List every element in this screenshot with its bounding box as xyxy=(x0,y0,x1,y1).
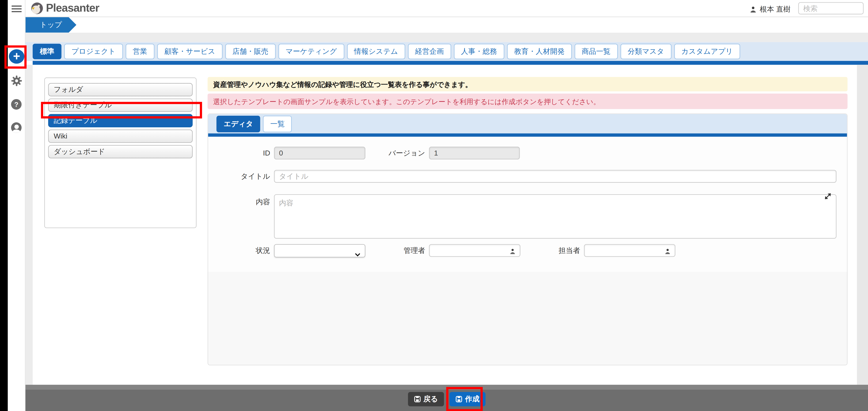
body-field[interactable] xyxy=(274,194,836,239)
header-gap-band xyxy=(25,33,868,42)
status-select[interactable] xyxy=(274,244,365,257)
id-field xyxy=(274,147,365,159)
template-list-item[interactable]: 記録テーブル xyxy=(48,114,193,127)
template-description-message: 資産管理やノウハウ集など情報の記録や管理に役立つ一覧表を作る事ができます。 xyxy=(208,77,847,91)
pleasanter-bird-icon xyxy=(31,2,43,14)
id-label: ID xyxy=(221,147,270,159)
view-tabs-underline xyxy=(208,133,847,136)
user-icon xyxy=(750,6,756,13)
template-list-item[interactable]: ダッシュボード xyxy=(48,145,193,158)
view-tab[interactable]: 一覧 xyxy=(263,116,292,132)
version-label: バージョン xyxy=(376,147,425,159)
help-icon[interactable]: ? xyxy=(11,99,22,110)
manager-field[interactable] xyxy=(429,244,521,257)
category-tab[interactable]: 営業 xyxy=(126,44,154,59)
view-tab[interactable]: エディタ xyxy=(216,116,260,132)
back-disk-icon xyxy=(414,396,421,402)
preview-view-tabs: エディタ一覧 xyxy=(208,114,847,133)
account-icon[interactable] xyxy=(11,122,22,133)
current-user[interactable]: 根本 直樹 xyxy=(750,4,790,14)
app-header: Pleasanter 根本 直樹 xyxy=(25,0,868,17)
create-button-label: 作成 xyxy=(465,394,479,403)
search-input[interactable] xyxy=(798,2,864,14)
template-alert-message: 選択したテンプレートの画面サンプルを表示しています。このテンプレートを利用するに… xyxy=(208,94,847,109)
add-icon[interactable]: + xyxy=(9,49,24,64)
category-tab[interactable]: カスタムアプリ xyxy=(674,44,740,59)
back-button[interactable]: 戻る xyxy=(408,392,444,406)
create-button[interactable]: 作成 xyxy=(450,392,486,406)
save-disk-icon xyxy=(456,396,462,402)
category-tab[interactable]: 分類マスタ xyxy=(620,44,672,59)
owner-field[interactable] xyxy=(584,244,676,257)
app-logo-text: Pleasanter xyxy=(46,2,99,14)
template-list-item[interactable]: フォルダ xyxy=(48,83,193,96)
template-category-tabs: 標準プロジェクト営業顧客・サービス店舗・販売マーケティング情報システム経営企画人… xyxy=(25,42,868,61)
owner-label: 担当者 xyxy=(531,244,580,257)
version-field xyxy=(429,147,520,159)
category-tab[interactable]: 経営企画 xyxy=(408,44,451,59)
category-tab[interactable]: 顧客・サービス xyxy=(157,44,223,59)
category-tab[interactable]: 人事・総務 xyxy=(454,44,504,59)
app-logo[interactable]: Pleasanter xyxy=(31,2,99,14)
title-label: タイトル xyxy=(221,170,270,183)
back-button-label: 戻る xyxy=(424,394,438,403)
chevron-down-icon xyxy=(355,249,361,259)
body-label: 内容 xyxy=(221,195,270,208)
left-gutter xyxy=(25,65,32,385)
category-tabs-underline xyxy=(33,61,868,65)
category-tab[interactable]: 教育・人材開発 xyxy=(507,44,571,59)
command-footer: 戻る 作成 xyxy=(25,385,868,411)
hamburger-menu-icon[interactable] xyxy=(11,6,22,13)
category-tab[interactable]: プロジェクト xyxy=(64,44,123,59)
breadcrumb: トップ xyxy=(25,17,868,33)
manager-label: 管理者 xyxy=(376,244,425,257)
gear-icon[interactable] xyxy=(11,75,22,86)
category-tab[interactable]: マーケティング xyxy=(278,44,344,59)
pleasanter-page: + ? Pleasanter xyxy=(0,0,868,411)
template-list-item[interactable]: Wiki xyxy=(48,129,193,143)
breadcrumb-top-link[interactable]: トップ xyxy=(25,17,76,33)
category-tab[interactable]: 標準 xyxy=(33,44,62,59)
left-black-strip xyxy=(0,0,8,411)
category-tab[interactable]: 商品一覧 xyxy=(575,44,618,59)
template-list-item[interactable]: 期限付きテーブル xyxy=(48,98,193,112)
account-icon-head xyxy=(14,124,19,129)
template-list-panel: フォルダ期限付きテーブル記録テーブルWikiダッシュボード xyxy=(44,77,196,228)
category-tab[interactable]: 情報システム xyxy=(347,44,405,59)
status-label: 状況 xyxy=(221,244,270,257)
resize-textarea-icon[interactable] xyxy=(825,192,831,201)
right-gutter[interactable] xyxy=(857,65,868,385)
user-name: 根本 直樹 xyxy=(760,4,790,14)
title-field[interactable] xyxy=(274,170,836,183)
category-tab[interactable]: 店舗・販売 xyxy=(225,44,276,59)
